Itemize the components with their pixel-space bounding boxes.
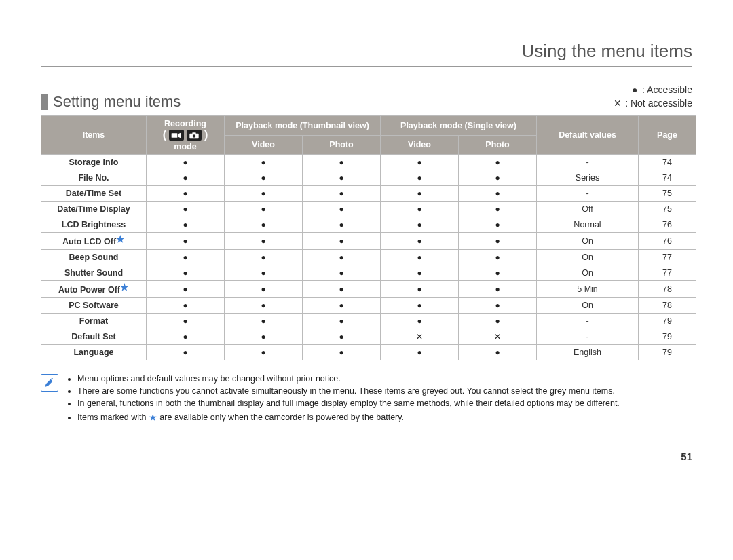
- table-row: File No.Series74: [41, 170, 696, 186]
- accessible-dot: [459, 217, 537, 233]
- dot-icon: [417, 268, 421, 278]
- accessible-dot: [303, 298, 381, 314]
- legend-not-accessible-label: Not accessible: [631, 98, 692, 109]
- paren-close: ): [204, 130, 208, 141]
- svg-point-3: [193, 134, 196, 138]
- accessible-dot: [459, 233, 537, 250]
- col-single: Playback mode (Single view): [381, 116, 537, 136]
- svg-rect-4: [192, 132, 195, 134]
- dot-icon: [417, 236, 421, 246]
- accessible-dot: [381, 345, 459, 360]
- page-ref-cell: 74: [639, 170, 696, 186]
- dot-icon: [339, 189, 343, 198]
- accessible-dot: [459, 202, 537, 217]
- accessible-dot: [381, 298, 459, 314]
- note-item: Menu options and default values may be c…: [77, 373, 620, 385]
- page-ref-cell: 78: [639, 298, 696, 314]
- table-row: PC SoftwareOn78: [41, 298, 696, 314]
- accessible-dot: [147, 298, 225, 314]
- dot-icon: [261, 284, 265, 294]
- dot-icon: [183, 316, 187, 326]
- page-ref-cell: 75: [639, 186, 696, 202]
- table-row: Default Set-79: [41, 329, 696, 345]
- dot-icon: [183, 284, 187, 294]
- accessible-dot: [147, 170, 225, 186]
- page-ref-cell: 77: [639, 265, 696, 281]
- item-name-cell: Format: [41, 314, 147, 329]
- item-name-label: Format: [79, 316, 108, 326]
- star-icon: ★: [149, 412, 157, 423]
- dot-icon: [339, 236, 343, 246]
- col-thumb-video: Video: [225, 135, 303, 155]
- item-name-cell: PC Software: [41, 298, 147, 314]
- accessible-dot: [381, 186, 459, 202]
- accessible-dot: [225, 314, 303, 329]
- dot-icon: [183, 157, 187, 167]
- manual-page: Using the menu items Setting menu items …: [0, 0, 733, 483]
- dot-icon: [183, 253, 187, 262]
- col-single-photo: Photo: [459, 135, 537, 155]
- accessible-dot: [303, 202, 381, 217]
- dot-icon: [417, 220, 421, 229]
- item-name-cell: LCD Brightness: [41, 217, 147, 233]
- default-value-cell: 5 Min: [537, 281, 639, 298]
- default-value-cell: English: [537, 345, 639, 360]
- accessible-dot: [147, 155, 225, 170]
- x-icon: ✕: [613, 97, 622, 111]
- dot-icon: [495, 301, 500, 310]
- dot-icon: [183, 332, 187, 341]
- item-name-label: Language: [73, 348, 113, 357]
- page-ref-cell: 74: [639, 155, 696, 170]
- item-name-cell: File No.: [41, 170, 147, 186]
- accessible-dot: [147, 345, 225, 360]
- col-recording-mode: Recording ( ) mode: [147, 116, 225, 155]
- accessible-dot: [225, 202, 303, 217]
- page-ref-cell: 75: [639, 202, 696, 217]
- accessible-dot: [147, 250, 225, 265]
- dot-icon: [183, 189, 187, 198]
- video-mode-icon: [169, 130, 184, 141]
- not-accessible-x: [381, 329, 459, 345]
- accessible-dot: [381, 250, 459, 265]
- dot-icon: [261, 157, 265, 167]
- dot-icon: [417, 189, 421, 198]
- accessible-dot: [459, 298, 537, 314]
- accessible-dot: [459, 250, 537, 265]
- default-value-cell: -: [537, 186, 639, 202]
- page-ref-cell: 76: [639, 217, 696, 233]
- item-name-label: PC Software: [69, 301, 119, 310]
- accessible-dot: [303, 217, 381, 233]
- default-value-cell: Normal: [537, 217, 639, 233]
- legend: ● : Accessible ✕ : Not accessible: [613, 83, 692, 110]
- accessible-dot: [381, 170, 459, 186]
- table-row: Format-79: [41, 314, 696, 329]
- item-name-label: Auto Power Off: [58, 285, 120, 295]
- page-ref-cell: 78: [639, 281, 696, 298]
- accessible-dot: [459, 281, 537, 298]
- accessible-dot: [303, 329, 381, 345]
- accessible-dot: [147, 217, 225, 233]
- section-header-row: Setting menu items ● : Accessible ✕ : No…: [41, 83, 692, 110]
- accessible-dot: [381, 217, 459, 233]
- legend-accessible: ● : Accessible: [613, 83, 692, 97]
- note-item: There are some functions you cannot acti…: [77, 385, 620, 397]
- accessible-dot: [459, 265, 537, 281]
- dot-icon: [183, 204, 187, 214]
- accessible-dot: [147, 314, 225, 329]
- dot-icon: [339, 332, 343, 341]
- accessible-dot: [225, 298, 303, 314]
- svg-rect-0: [172, 133, 178, 138]
- page-number: 51: [41, 451, 692, 462]
- accessible-dot: [459, 314, 537, 329]
- default-value-cell: -: [537, 314, 639, 329]
- default-value-cell: -: [537, 329, 639, 345]
- accessible-dot: [225, 345, 303, 360]
- star-icon: ★: [116, 234, 125, 244]
- table-row: Shutter SoundOn77: [41, 265, 696, 281]
- accessible-dot: [225, 155, 303, 170]
- dot-icon: [261, 316, 265, 326]
- accessible-dot: [303, 265, 381, 281]
- table-row: Auto LCD Off★On76: [41, 233, 696, 250]
- item-name-label: Default Set: [71, 332, 115, 341]
- dot-icon: [339, 220, 343, 229]
